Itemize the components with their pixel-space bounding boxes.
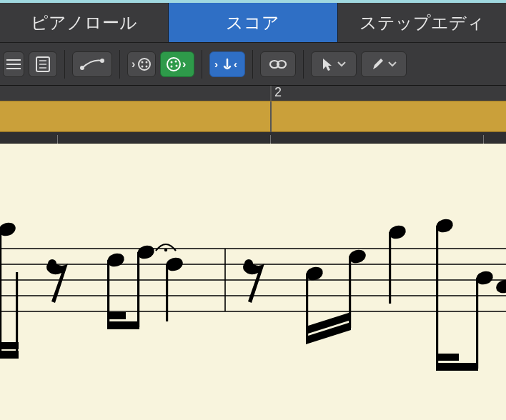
svg-rect-32 [0,351,19,359]
score-toolbar: › › › ‹ [0,42,506,86]
bar-number: 2 [274,85,282,100]
svg-rect-56 [476,278,478,369]
svg-point-13 [142,65,144,67]
score-area[interactable] [0,144,506,420]
pointer-icon [322,57,333,71]
svg-point-15 [167,58,180,71]
svg-point-41 [164,249,167,251]
quantize-icon: › ‹ [214,56,240,72]
tab-label: スコア [226,11,279,34]
svg-point-19 [176,64,178,66]
tab-label: ステップエディ [359,11,485,34]
svg-text:›: › [132,58,135,70]
ruler-numbers[interactable]: 2 [0,86,506,101]
editor-tabs: ピアノロール スコア ステップエディ [0,3,506,42]
svg-text:‹: ‹ [234,58,237,70]
midi-in-button[interactable] [72,51,112,77]
tab-label: ピアノロール [31,11,137,34]
svg-point-44 [244,259,253,268]
layout-linear-button[interactable] [3,51,24,77]
minor-tick [270,135,271,144]
tab-piano-roll[interactable]: ピアノロール [0,3,169,42]
svg-rect-30 [0,229,1,356]
tab-step-editor[interactable]: ステップエディ [338,3,506,42]
svg-point-18 [171,65,173,67]
svg-point-17 [175,60,177,62]
svg-point-16 [171,61,173,63]
svg-point-8 [100,59,104,63]
ruler-tick [270,86,272,101]
color-prev-button[interactable]: › [127,51,156,77]
palette-prev-icon: › [132,56,152,72]
svg-rect-38 [137,252,139,327]
svg-point-14 [146,65,148,67]
link-icon [267,58,289,71]
svg-marker-39 [107,321,139,329]
pencil-tool-dropdown[interactable] [361,51,407,77]
svg-text:›: › [182,58,186,70]
svg-rect-43 [166,264,168,321]
svg-marker-57 [436,363,478,371]
minor-tick [483,135,484,144]
palette-icon: › [165,56,189,72]
tab-score[interactable]: スコア [169,3,337,42]
page-icon [36,56,50,72]
score-svg [0,144,506,420]
minor-tick [57,135,58,144]
lines-icon [6,59,21,70]
svg-text:›: › [214,58,218,70]
pointer-tool-dropdown[interactable] [311,51,357,77]
svg-rect-33 [0,342,19,349]
svg-marker-40 [107,312,126,319]
svg-point-34 [48,259,56,268]
ruler-minor[interactable] [0,132,506,144]
svg-point-12 [146,61,148,63]
svg-marker-58 [436,354,459,361]
link-button[interactable] [260,51,296,77]
chevron-down-icon [388,61,397,67]
chevron-down-icon [337,61,346,67]
svg-point-11 [142,61,144,63]
color-palette-button[interactable]: › [160,51,194,77]
svg-rect-52 [389,232,391,304]
layout-page-button[interactable] [29,51,57,77]
midi-curve-icon [78,57,106,71]
svg-rect-54 [436,226,438,369]
region-track[interactable] [0,101,506,132]
quantize-button[interactable]: › ‹ [209,51,245,77]
ruler-tick [270,101,272,133]
svg-point-10 [139,59,150,70]
pencil-icon [371,57,384,71]
svg-point-29 [0,221,17,239]
